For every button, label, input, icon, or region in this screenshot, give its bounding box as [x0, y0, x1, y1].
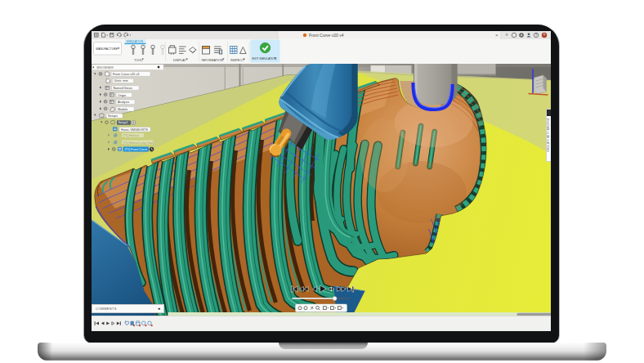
- svg-text:EXIT SIMULATION: EXIT SIMULATION: [252, 57, 276, 60]
- svg-text:Units: mm: Units: mm: [114, 79, 127, 83]
- svg-text:Origin: Origin: [118, 94, 126, 97]
- svg-text:INFORMATION: INFORMATION: [201, 59, 223, 62]
- svg-text:Huroc VM5WORTS: Huroc VM5WORTS: [121, 128, 149, 132]
- svg-text:Named Views: Named Views: [113, 87, 132, 90]
- svg-text:MANUFACTURE: MANUFACTURE: [96, 47, 119, 51]
- svg-text:Setups: Setups: [108, 114, 118, 118]
- svg-text:×: ×: [495, 33, 499, 38]
- svg-text:INSPECT: INSPECT: [230, 59, 244, 62]
- svg-text:[T1] Helical: [T1] Helical: [123, 134, 138, 137]
- svg-text:Analysis: Analysis: [118, 101, 129, 104]
- svg-text:[T1] Helical Long Tool: [T1] Helical Long Tool: [123, 141, 153, 145]
- svg-text:Models: Models: [118, 108, 127, 111]
- svg-text:SIMULATION: SIMULATION: [126, 40, 143, 43]
- svg-text:+: +: [505, 32, 508, 38]
- svg-text:Setup1: Setup1: [118, 121, 127, 124]
- svg-text:Front Curve v20 v3: Front Curve v20 v3: [113, 73, 139, 76]
- svg-text:BROWSER: BROWSER: [96, 66, 114, 69]
- svg-text:Front Curve v20 v4: Front Curve v20 v4: [309, 33, 344, 38]
- svg-text:[T5] Front Curve: [T5] Front Curve: [124, 148, 147, 151]
- svg-text:TOOL: TOOL: [134, 59, 142, 62]
- svg-text:DISPLAY: DISPLAY: [173, 59, 186, 62]
